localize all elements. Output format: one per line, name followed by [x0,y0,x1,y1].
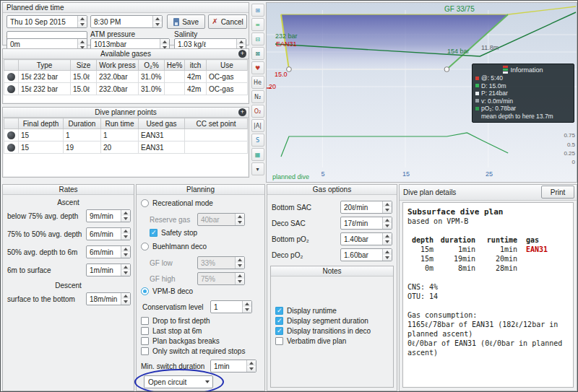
checkbox-icon[interactable] [141,347,149,355]
up-arrow-icon[interactable] [383,217,392,223]
deco-po2-value[interactable]: 1.60bar [341,249,382,261]
vpmb-deco-radio[interactable]: VPM-B deco [141,287,193,295]
point-depth-cell[interactable]: 15 [19,129,64,141]
atm-up-arrow-icon[interactable] [160,39,169,45]
gas-switch-cell[interactable]: 42m [185,71,207,83]
reserve-gas-spinner[interactable]: 40bar [197,213,245,226]
profile-handle-start[interactable] [287,67,292,72]
point-gas-cell[interactable]: EAN31 [139,129,185,141]
buehlmann-deco-label[interactable]: Buehlmann deco [152,243,207,251]
point-runtime-cell[interactable]: 1 [101,129,139,141]
radio-icon[interactable] [141,243,149,251]
descent-rate-value[interactable]: 18m/min [87,293,121,305]
verbatim-dive-plan-label[interactable]: Verbatim dive plan [287,337,346,345]
down-arrow-icon[interactable] [121,216,130,222]
bottom-po2-spinner[interactable]: 1.40bar [340,232,392,245]
dive-time-spinner[interactable]: 8:30 PM [90,15,163,28]
checkbox-icon[interactable] [275,327,283,335]
profile-handle-end[interactable] [444,67,449,72]
drop-to-first-depth-label[interactable]: Drop to first depth [152,317,210,325]
last-stop-6m-checkbox[interactable]: Last stop at 6m [141,327,202,335]
toggle-calc-ceiling-icon[interactable]: ⊠ [251,47,264,60]
vpmb-deco-label[interactable]: VPM-B deco [152,287,193,295]
up-arrow-icon[interactable] [121,264,130,270]
display-runtime-checkbox[interactable]: Display runtime [275,307,337,315]
dive-time-value[interactable]: 8:30 PM [91,16,152,27]
drop-to-first-depth-checkbox[interactable]: Drop to first depth [141,317,210,325]
down-arrow-icon[interactable] [121,299,130,305]
gas-type-cell[interactable]: 15ℓ 232 bar [19,83,71,95]
ascent-rate-2-spinner[interactable]: 6m/min [86,227,131,240]
scale-icon[interactable]: S [251,134,264,147]
down-arrow-icon[interactable] [243,307,251,313]
toggle-deco-ceiling-icon[interactable]: ⊟ [251,32,264,45]
add-gas-button[interactable]: + [238,50,246,58]
checkbox-icon[interactable] [141,317,149,325]
checkbox-icon[interactable] [150,229,158,237]
display-transitions-checkbox[interactable]: Display transitions in deco [275,327,371,335]
gas-he-cell[interactable] [165,83,185,95]
down-arrow-icon[interactable] [121,252,130,258]
deco-sac-value[interactable]: 17ℓ/min [341,217,382,229]
display-segment-duration-checkbox[interactable]: Display segment duration [275,317,368,325]
descent-rate-spinner[interactable]: 18m/min [86,292,131,305]
display-transitions-label[interactable]: Display transitions in deco [287,327,371,335]
ascent-rate-1-value[interactable]: 9m/min [87,210,121,222]
ascent-rate-4-spinner[interactable]: 1m/min [86,263,131,276]
up-arrow-icon[interactable] [383,201,392,207]
date-down-arrow-icon[interactable] [78,22,87,27]
toggle-runtime-table-icon[interactable]: ≡ [251,18,264,31]
point-depth-cell[interactable]: 15 [19,141,64,154]
salinity-up-arrow-icon[interactable] [237,39,246,45]
up-arrow-icon[interactable] [121,293,130,299]
plan-backgas-breaks-checkbox[interactable]: Plan backgas breaks [141,337,220,345]
ascent-rate-3-spinner[interactable]: 6m/min [86,245,131,258]
point-runtime-cell[interactable]: 20 [101,141,139,154]
gas-type-cell[interactable]: 15ℓ 232 bar [19,71,71,83]
point-duration-cell[interactable]: 19 [64,141,101,154]
bottom-sac-spinner[interactable]: 20ℓ/min [340,201,392,214]
radio-selected-icon[interactable] [141,287,149,295]
point-gas-cell[interactable]: EAN31 [139,141,185,154]
gas-use-cell[interactable]: OC-gas [207,83,248,95]
verbatim-dive-plan-checkbox[interactable]: Verbatim dive plan [275,337,346,345]
up-arrow-icon[interactable] [383,233,392,239]
display-segment-duration-label[interactable]: Display segment duration [287,317,368,325]
deco-po2-spinner[interactable]: 1.60bar [340,248,392,261]
last-stop-6m-label[interactable]: Last stop at 6m [152,327,202,335]
recreational-mode-label[interactable]: Recreational mode [152,199,213,207]
gas-size-cell[interactable]: 15.0ℓ [71,83,97,95]
ascent-rate-1-spinner[interactable]: 9m/min [86,209,131,222]
checkbox-icon[interactable] [275,307,283,315]
up-arrow-icon[interactable] [121,246,130,252]
up-arrow-icon[interactable] [121,228,130,234]
bottom-sac-value[interactable]: 20ℓ/min [341,201,382,213]
gf-low-spinner[interactable]: 33% [197,256,245,269]
circuit-mode-value[interactable]: Open circuit [144,378,202,386]
gas-workpress-cell[interactable]: 232.0bar [97,71,139,83]
gas-workpress-cell[interactable]: 232.0bar [97,83,139,95]
up-arrow-icon[interactable] [247,360,256,366]
gas-o2-cell[interactable]: 31.0% [139,71,165,83]
delete-cylinder-icon[interactable] [7,73,15,81]
recreational-mode-radio[interactable]: Recreational mode [141,199,213,207]
gf-high-spinner[interactable]: 75% [197,272,245,285]
conservatism-spinner[interactable]: 1 [210,300,252,313]
checkbox-icon[interactable] [275,317,283,325]
down-arrow-icon[interactable] [121,270,130,276]
time-down-arrow-icon[interactable] [153,22,162,27]
dive-profile-chart[interactable]: GF 33/75 232 bar EAN31 15.0 20 154 bar 1… [266,2,577,183]
down-arrow-icon[interactable] [247,366,256,372]
toggle-phe-graph-icon[interactable]: He [251,76,264,89]
radio-icon[interactable] [141,199,149,207]
conservatism-value[interactable]: 1 [211,301,242,313]
cancel-button[interactable]: Cancel [208,14,247,29]
safety-stop-label[interactable]: Safety stop [161,229,197,237]
altitude-up-arrow-icon[interactable] [78,39,87,45]
ruler-icon[interactable]: |A| [251,119,264,132]
ascent-rate-4-value[interactable]: 1m/min [87,264,121,276]
date-up-arrow-icon[interactable] [78,16,87,22]
gas-switch-cell[interactable]: 42m [185,83,207,95]
only-switch-required-label[interactable]: Only switch at required stops [152,347,245,355]
toolbar-scroll-down-button[interactable]: ▾ [251,162,264,175]
